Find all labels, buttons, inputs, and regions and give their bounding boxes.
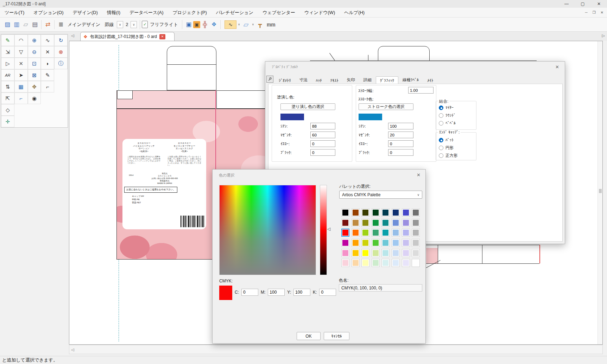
document-3d-icon[interactable]: ▨ bbox=[3, 21, 12, 28]
palette-swatch[interactable] bbox=[392, 229, 400, 237]
stroke-color-swatch[interactable] bbox=[359, 114, 382, 120]
preflight-clipboard-icon[interactable]: ✓ bbox=[142, 21, 148, 28]
maximize-icon[interactable]: ▢ bbox=[575, 1, 591, 6]
palette-swatch[interactable] bbox=[361, 259, 369, 267]
radio-option[interactable]: ﾊﾞｯﾄ bbox=[439, 136, 458, 144]
palette-swatch[interactable] bbox=[372, 259, 380, 267]
palette-swatch[interactable] bbox=[361, 239, 369, 247]
curve-pen-tool[interactable]: ✎ bbox=[1, 34, 14, 46]
checklist-user-icon[interactable]: ▣ bbox=[193, 21, 200, 28]
pencil-tool[interactable]: ✎ bbox=[41, 69, 54, 81]
palette-swatch[interactable] bbox=[341, 219, 349, 227]
ruled-line-label[interactable]: 罫線 bbox=[105, 21, 114, 28]
view-eye-tool[interactable]: ◉ bbox=[28, 92, 41, 104]
cmyk-field-input[interactable] bbox=[241, 289, 258, 296]
field-input[interactable] bbox=[388, 140, 413, 147]
palette-swatch[interactable] bbox=[381, 229, 390, 237]
cmyk-field-input[interactable] bbox=[293, 289, 310, 296]
palette-swatch[interactable] bbox=[341, 209, 349, 217]
menu-item[interactable]: パレチゼーション bbox=[211, 8, 258, 17]
palette-swatch[interactable] bbox=[381, 259, 390, 267]
shade-slider[interactable] bbox=[320, 185, 327, 275]
palette-swatch[interactable] bbox=[372, 209, 380, 217]
palette-swatch[interactable] bbox=[361, 229, 369, 237]
cmyk-field-input[interactable] bbox=[268, 289, 285, 296]
palette-swatch[interactable] bbox=[392, 209, 400, 217]
palette-swatch[interactable] bbox=[341, 239, 349, 247]
chevron-down-icon[interactable]: ∨ bbox=[238, 23, 240, 26]
properties-tab[interactable]: ﾊｯﾁ bbox=[312, 77, 326, 84]
tab-scroll-left-icon[interactable]: ◁ bbox=[71, 33, 74, 38]
spline-tool[interactable]: ◗ bbox=[41, 58, 54, 69]
palette-swatch[interactable] bbox=[341, 229, 349, 237]
palette-swatch[interactable] bbox=[402, 229, 410, 237]
palette-swatch[interactable] bbox=[361, 209, 369, 217]
palette-swatch[interactable] bbox=[392, 259, 400, 267]
palette-swatch[interactable] bbox=[392, 239, 400, 247]
palette-swatch[interactable] bbox=[402, 249, 410, 257]
pushpin-icon[interactable]: ┳ bbox=[255, 21, 265, 28]
palette-swatch[interactable] bbox=[352, 209, 360, 217]
menu-item[interactable]: デザイン(D) bbox=[68, 8, 102, 17]
palette-swatch[interactable] bbox=[392, 249, 400, 257]
close-icon[interactable]: ✕ bbox=[417, 172, 421, 178]
palette-swatch[interactable] bbox=[381, 239, 390, 247]
tab-close-icon[interactable]: ✕ bbox=[159, 34, 165, 39]
zoom-extents-tool[interactable]: ⊠ bbox=[28, 69, 41, 81]
checklist-blue-icon[interactable]: ▣ bbox=[184, 21, 193, 28]
properties-tab[interactable]: ｼﾞｵﾒﾄﾘ bbox=[274, 77, 295, 84]
pan-tool[interactable]: ✥ bbox=[28, 81, 41, 92]
field-input[interactable] bbox=[388, 123, 413, 129]
slider-marker-icon[interactable]: ◁ bbox=[327, 226, 330, 231]
palette-swatch[interactable] bbox=[402, 259, 410, 267]
field-input[interactable] bbox=[388, 149, 413, 156]
palette-swatch[interactable] bbox=[412, 239, 420, 247]
zoom-out-tool[interactable]: ⊖ bbox=[28, 46, 41, 58]
erase-tool[interactable]: ✕ bbox=[14, 58, 28, 69]
minimize-icon[interactable]: — bbox=[558, 1, 575, 6]
stroke-width-input[interactable] bbox=[408, 87, 434, 94]
palette-swatch[interactable] bbox=[341, 259, 349, 267]
select-fill-color-button[interactable]: 塗り潰し色の選択 bbox=[280, 103, 335, 110]
palette-swatch[interactable] bbox=[402, 209, 410, 217]
mdi-minimize-icon[interactable]: ─ bbox=[585, 11, 588, 14]
document-tab[interactable]: ❖ 包装設計図鑑_17-012開き図 - 0 ard ✕ bbox=[80, 32, 175, 41]
palette-swatch[interactable] bbox=[412, 229, 420, 237]
line-type-button[interactable]: ∿ bbox=[225, 20, 236, 29]
close-icon[interactable]: ✕ bbox=[555, 64, 559, 70]
sync-arrows-icon[interactable]: ⇄ bbox=[43, 21, 52, 28]
fill-color-swatch[interactable] bbox=[280, 114, 304, 120]
palette-swatch[interactable] bbox=[372, 229, 380, 237]
field-input[interactable] bbox=[310, 123, 335, 129]
spec-sheet-icon[interactable]: ▤ bbox=[30, 21, 39, 28]
radio-option[interactable]: ﾍﾞﾍﾞﾙ bbox=[439, 119, 456, 127]
chevron-down-icon[interactable]: ∨ bbox=[117, 21, 123, 28]
horizontal-scrollbar[interactable]: ◁ bbox=[69, 345, 603, 354]
layer-count-value[interactable]: 2 bbox=[126, 22, 128, 27]
menu-item[interactable]: ヘルプ(H) bbox=[340, 8, 369, 17]
palette-swatch[interactable] bbox=[372, 219, 380, 227]
properties-tab[interactable]: 寸法 bbox=[295, 76, 312, 84]
cut-tool[interactable]: ✕ bbox=[41, 46, 54, 58]
select-arrow-tool[interactable]: ▷ bbox=[1, 58, 14, 69]
palette-swatch[interactable] bbox=[352, 259, 360, 267]
menu-item[interactable]: ウェブセンター bbox=[258, 8, 300, 17]
palette-swatch[interactable] bbox=[412, 259, 420, 267]
menu-item[interactable]: プロジェクト(P) bbox=[168, 8, 211, 17]
palette-swatch[interactable] bbox=[352, 229, 360, 237]
cancel-button[interactable]: ｷｬﾝｾﾙ bbox=[324, 332, 349, 340]
select-stroke-color-button[interactable]: ストローク色の選択 bbox=[359, 103, 413, 110]
color-name-field[interactable]: CMYK(0, 100, 100, 0) bbox=[339, 284, 422, 292]
cmyk-field-input[interactable] bbox=[319, 289, 336, 296]
main-design-label[interactable]: メインデザイン bbox=[68, 21, 100, 28]
direction-arrow-tool[interactable]: ➤ bbox=[14, 69, 28, 81]
properties-tab[interactable]: ｸﾞﾗﾌｨｯｸ bbox=[376, 76, 398, 84]
palette-swatch[interactable] bbox=[372, 249, 380, 257]
layout-grid-icon[interactable]: ╬ bbox=[200, 21, 209, 28]
preflight-label[interactable]: フリフライト bbox=[150, 21, 178, 28]
info-tool[interactable]: ⓘ bbox=[54, 58, 68, 69]
palette-swatch[interactable] bbox=[412, 209, 420, 217]
radio-option[interactable]: 円形 bbox=[439, 144, 458, 152]
properties-tab[interactable]: 詳細 bbox=[359, 76, 376, 84]
palette-swatch[interactable] bbox=[341, 249, 349, 257]
